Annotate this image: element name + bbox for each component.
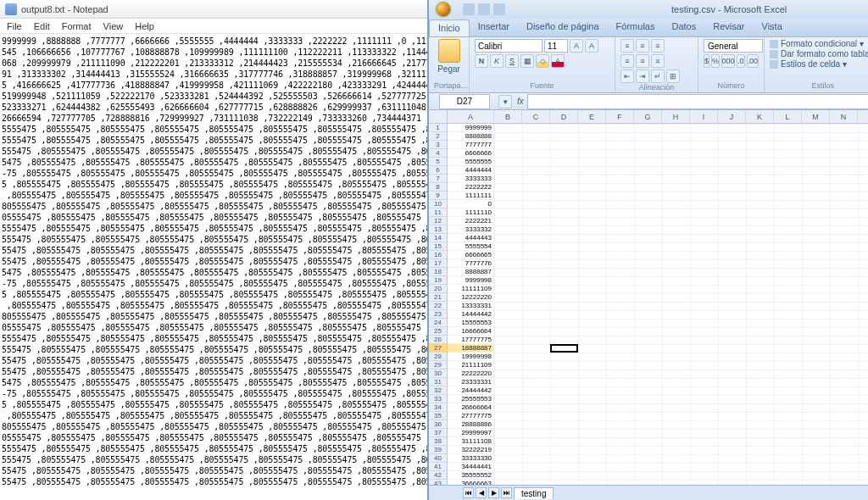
italic-button[interactable]: K bbox=[490, 54, 504, 68]
row-header[interactable]: 38 bbox=[429, 437, 447, 446]
menu-edit[interactable]: Edit bbox=[29, 20, 55, 32]
redo-icon[interactable] bbox=[493, 3, 505, 15]
cell[interactable]: 6666665 bbox=[448, 251, 494, 259]
paste-button[interactable]: Pegar bbox=[434, 39, 464, 74]
cell[interactable]: 1111110 bbox=[448, 208, 494, 217]
row-header[interactable]: 16 bbox=[429, 251, 447, 259]
align-top-icon[interactable]: ≡ bbox=[620, 39, 634, 53]
cell[interactable]: 18888887 bbox=[448, 344, 494, 353]
cell[interactable]: 3333332 bbox=[448, 225, 494, 234]
align-middle-icon[interactable]: ≡ bbox=[636, 39, 649, 53]
cell[interactable]: 27777775 bbox=[448, 412, 494, 420]
row-header[interactable]: 6 bbox=[429, 166, 447, 175]
border-button[interactable]: ▦ bbox=[520, 54, 534, 68]
cell[interactable]: 5555554 bbox=[448, 242, 494, 251]
cell[interactable]: 23333331 bbox=[448, 378, 494, 386]
cell[interactable]: 1111111 bbox=[448, 192, 494, 200]
row-header[interactable]: 27 bbox=[429, 344, 447, 353]
cell-styles-button[interactable]: Estilos de celda ▾ bbox=[770, 59, 868, 69]
cell[interactable]: 11111109 bbox=[448, 285, 494, 293]
cell[interactable]: 7777777 bbox=[448, 141, 494, 149]
row-header[interactable]: 8 bbox=[429, 183, 447, 192]
row-header[interactable]: 9 bbox=[429, 192, 447, 200]
row-header[interactable]: 39 bbox=[429, 446, 447, 454]
tab-formulas[interactable]: Fórmulas bbox=[608, 19, 664, 36]
align-left-icon[interactable]: ≡ bbox=[620, 54, 634, 68]
menu-view[interactable]: View bbox=[98, 20, 129, 32]
align-right-icon[interactable]: ≡ bbox=[651, 54, 665, 68]
cell[interactable]: 9999999 bbox=[448, 124, 494, 132]
save-icon[interactable] bbox=[463, 3, 475, 15]
column-header[interactable]: O bbox=[858, 110, 868, 123]
align-center-icon[interactable]: ≡ bbox=[636, 54, 649, 68]
cell[interactable]: 17777775 bbox=[448, 336, 494, 344]
row-header[interactable]: 22 bbox=[429, 302, 447, 310]
column-header[interactable]: G bbox=[634, 110, 662, 123]
row-header[interactable]: 10 bbox=[429, 200, 447, 208]
select-all-corner[interactable] bbox=[429, 110, 448, 124]
cell[interactable]: 7777776 bbox=[448, 259, 494, 268]
tab-inicio[interactable]: Inicio bbox=[429, 19, 470, 36]
cell[interactable]: 8888887 bbox=[448, 268, 494, 276]
row-header[interactable]: 21 bbox=[429, 293, 447, 302]
row-header[interactable]: 41 bbox=[429, 463, 447, 471]
cell[interactable]: 8888888 bbox=[448, 132, 494, 141]
cell[interactable]: 21111109 bbox=[448, 361, 494, 369]
grow-font-icon[interactable]: A bbox=[570, 39, 583, 53]
decrease-decimal-icon[interactable]: .00 bbox=[747, 54, 760, 68]
cell[interactable]: 29999997 bbox=[448, 429, 494, 437]
cell[interactable]: 31111108 bbox=[448, 437, 494, 446]
cell[interactable]: 14444442 bbox=[448, 310, 494, 319]
cell[interactable]: 12222220 bbox=[448, 293, 494, 302]
cell[interactable]: 2222222 bbox=[448, 183, 494, 192]
row-header[interactable]: 23 bbox=[429, 310, 447, 319]
row-header[interactable]: 34 bbox=[429, 403, 447, 412]
column-header[interactable]: K bbox=[746, 110, 774, 123]
merge-cells-icon[interactable]: ⊞ bbox=[666, 69, 680, 83]
row-header[interactable]: 33 bbox=[429, 395, 447, 403]
row-header[interactable]: 28 bbox=[429, 353, 447, 361]
office-button[interactable] bbox=[429, 0, 458, 19]
menu-help[interactable]: Help bbox=[130, 20, 159, 32]
menu-format[interactable]: Format bbox=[57, 20, 97, 32]
column-header[interactable]: L bbox=[774, 110, 802, 123]
tab-diseno[interactable]: Diseño de página bbox=[518, 19, 608, 36]
percent-icon[interactable]: % bbox=[711, 54, 720, 68]
row-header[interactable]: 35 bbox=[429, 412, 447, 420]
row-header[interactable]: 3 bbox=[429, 141, 447, 149]
underline-button[interactable]: S bbox=[505, 54, 519, 68]
excel-titlebar[interactable]: testing.csv - Microsoft Excel bbox=[429, 0, 868, 19]
row-header[interactable]: 14 bbox=[429, 234, 447, 242]
font-size-select[interactable] bbox=[544, 39, 568, 53]
column-header[interactable]: N bbox=[830, 110, 858, 123]
sheet-nav-first-icon[interactable]: ⏮ bbox=[463, 487, 474, 498]
tab-datos[interactable]: Datos bbox=[663, 19, 704, 36]
row-header[interactable]: 12 bbox=[429, 217, 447, 225]
decrease-indent-icon[interactable]: ⇤ bbox=[620, 69, 634, 83]
conditional-format-button[interactable]: Formato condicional ▾ bbox=[770, 39, 868, 48]
row-header[interactable]: 42 bbox=[429, 471, 447, 480]
row-header[interactable]: 2 bbox=[429, 132, 447, 141]
row-header[interactable]: 19 bbox=[429, 276, 447, 285]
cell[interactable]: 19999998 bbox=[448, 353, 494, 361]
row-header[interactable]: 29 bbox=[429, 361, 447, 369]
name-box[interactable] bbox=[439, 94, 490, 109]
cell[interactable]: 32222219 bbox=[448, 446, 494, 454]
namebox-dropdown-icon[interactable]: ▾ bbox=[498, 95, 512, 108]
cell[interactable]: 33333330 bbox=[448, 454, 494, 463]
cell[interactable]: 26666664 bbox=[448, 403, 494, 412]
align-bottom-icon[interactable]: ≡ bbox=[651, 39, 665, 53]
row-header[interactable]: 37 bbox=[429, 429, 447, 437]
row-header[interactable]: 11 bbox=[429, 208, 447, 217]
cells-area[interactable]: 9999999888888877777776666666555555544444… bbox=[448, 124, 868, 485]
cell[interactable]: 16666664 bbox=[448, 327, 494, 336]
sheet-tab-testing[interactable]: testing bbox=[514, 487, 554, 499]
row-header[interactable]: 13 bbox=[429, 225, 447, 234]
tab-revisar[interactable]: Revisar bbox=[704, 19, 753, 36]
menu-file[interactable]: File bbox=[2, 20, 27, 32]
notepad-titlebar[interactable]: output8.txt - Notepad bbox=[0, 0, 427, 19]
fill-color-button[interactable]: ◇ bbox=[536, 54, 549, 68]
increase-decimal-icon[interactable]: .0 bbox=[737, 54, 745, 68]
row-header[interactable]: 17 bbox=[429, 259, 447, 268]
column-header[interactable]: D bbox=[550, 110, 578, 123]
